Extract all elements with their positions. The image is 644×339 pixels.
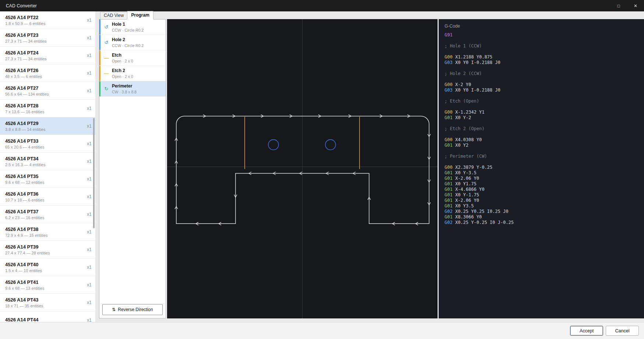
part-item[interactable]: 4526 A14 PT44x1 — [0, 311, 95, 322]
gcode-line: G00 X-2 Y0 — [445, 82, 638, 88]
part-name: 4526 A14 PT41 — [5, 279, 84, 285]
part-item[interactable]: 4526 A14 PT401.5 x 4 — 10 entitiesx1 — [0, 258, 95, 276]
gcode-line: G01 X0 Y2 — [445, 143, 638, 148]
program-panel: ↺Hole 1CCW · Circle R0.2↺Hole 2CCW · Cir… — [99, 19, 166, 318]
part-name: 4526 A14 PT22 — [5, 15, 84, 20]
part-quantity: x1 — [87, 176, 92, 182]
part-item[interactable]: 4526 A14 PT221.8 x 50.9 — 6 entitiesx1 — [0, 11, 95, 29]
cad-canvas[interactable] — [167, 19, 438, 318]
close-icon: ✕ — [634, 3, 637, 8]
direction-arrows — [175, 115, 431, 225]
part-detail: 56.6 x 64 — 134 entities — [5, 92, 84, 96]
operation-name: Etch 2 — [112, 68, 133, 73]
part-quantity: x1 — [87, 35, 92, 40]
part-name: 4526 A14 PT39 — [5, 244, 84, 250]
part-name: 4526 A14 PT33 — [5, 138, 84, 144]
gcode-line: G01 X0 Y3.5 — [445, 203, 638, 209]
gcode-line — [445, 49, 638, 54]
part-item[interactable]: 4526 A14 PT3872.9 x 4.9 — 15 entitiesx1 — [0, 223, 95, 241]
part-quantity: x1 — [87, 106, 92, 111]
gcode-line: G01 X-2.06 Y0 — [445, 198, 638, 203]
window-title: CAD Converter — [6, 3, 37, 8]
part-name: 4526 A14 PT26 — [5, 68, 84, 73]
gcode-panel[interactable]: G-Code G91 ; Hole 1 (CCW) G00 X1.2188 Y0… — [439, 19, 644, 318]
gcode-lines: G91 ; Hole 1 (CCW) G00 X1.2188 Y0.875G03… — [445, 32, 638, 225]
part-item[interactable]: 4526 A14 PT3365 x 20.6 — 4 entitiesx1 — [0, 135, 95, 153]
tab-cad-view[interactable]: CAD View — [100, 12, 127, 19]
part-name: 4526 A14 PT34 — [5, 156, 84, 161]
part-detail: 7 x 13.6 — 16 entities — [5, 110, 84, 114]
part-quantity: x1 — [87, 194, 92, 199]
parts-scrollbar-thumb[interactable] — [93, 118, 95, 228]
tab-program[interactable]: Program — [127, 11, 153, 19]
gcode-line — [445, 93, 638, 99]
operations-column: CAD View Program ↺Hole 1CCW · Circle R0.… — [99, 11, 166, 318]
part-item[interactable]: 4526 A14 PT287 x 13.6 — 16 entitiesx1 — [0, 100, 95, 117]
operation-item[interactable]: ↻PerimeterCW · 3.8 x 8.8 — [99, 81, 166, 97]
ccw-arrow-icon: ↺ — [103, 24, 110, 30]
operation-item[interactable]: —Etch 2Open · 2 x 0 — [99, 66, 166, 81]
operation-detail: Open · 2 x 0 — [112, 74, 133, 79]
operation-name: Hole 1 — [112, 22, 144, 27]
window-controls: □ ✕ — [610, 0, 644, 11]
gcode-line: ; Hole 2 (CCW) — [445, 71, 638, 76]
cancel-button[interactable]: Cancel — [606, 326, 639, 336]
part-name: 4526 A14 PT36 — [5, 191, 84, 197]
operation-item[interactable]: ↺Hole 1CCW · Circle R0.2 — [99, 19, 166, 35]
gcode-line: ; Perimeter (CW) — [445, 154, 638, 159]
part-quantity: x1 — [87, 124, 92, 129]
gcode-line: G01 X-2.06 Y0 — [445, 176, 638, 181]
operation-name: Perimeter — [112, 84, 137, 89]
gcode-line: G01 X0 Y-3.5 — [445, 170, 638, 176]
app-window: CAD Converter □ ✕ 4526 A14 PT221.8 x 50.… — [0, 0, 644, 339]
line-icon: — — [103, 55, 110, 61]
part-detail: 10.7 x 18 — 6 entities — [5, 198, 84, 202]
gcode-line: G01 X0 Y1.75 — [445, 181, 638, 187]
part-name: 4526 A14 PT28 — [5, 103, 84, 108]
part-detail: 27.3 x 71 — 34 entities — [5, 39, 84, 43]
part-item[interactable]: 4526 A14 PT293.8 x 8.8 — 14 entitiesx1 — [0, 117, 95, 135]
gcode-line: ; Hole 1 (CCW) — [445, 43, 638, 49]
gcode-line — [445, 132, 638, 137]
part-detail: 18 x 71 — 35 entities — [5, 304, 84, 308]
reverse-direction-button[interactable]: ⇅ Reverse Direction — [102, 304, 163, 315]
part-item[interactable]: 4526 A14 PT3927.4 x 77.4 — 28 entitiesx1 — [0, 241, 95, 258]
part-item[interactable]: 4526 A14 PT4318 x 71 — 35 entitiesx1 — [0, 294, 95, 311]
part-detail: 27.4 x 77.4 — 28 entities — [5, 251, 84, 255]
part-item[interactable]: 4526 A14 PT2327.3 x 71 — 34 entitiesx1 — [0, 29, 95, 47]
reverse-direction-label: Reverse Direction — [118, 307, 153, 312]
gcode-line: G00 X4.0308 Y0 — [445, 137, 638, 143]
part-item[interactable]: 4526 A14 PT2648 x 3.5 — 6 entitiesx1 — [0, 64, 95, 82]
part-item[interactable]: 4526 A14 PT2427.3 x 71 — 34 entitiesx1 — [0, 47, 95, 64]
part-item[interactable]: 4526 A14 PT3610.7 x 18 — 6 entitiesx1 — [0, 188, 95, 206]
accept-button[interactable]: Accept — [570, 326, 603, 336]
gcode-line: G91 — [445, 32, 638, 38]
part-detail: 3.8 x 8.8 — 14 entities — [5, 127, 84, 132]
canvas-panel — [167, 19, 438, 318]
part-detail: 9.6 x 68 — 12 entities — [5, 180, 84, 185]
part-item[interactable]: 4526 A14 PT342.5 x 16.3 — 4 entitiesx1 — [0, 153, 95, 170]
part-detail: 9.6 x 68 — 13 entities — [5, 286, 84, 290]
part-item[interactable]: 4526 A14 PT359.6 x 68 — 12 entitiesx1 — [0, 170, 95, 188]
operation-item[interactable]: ↺Hole 2CCW · Circle R0.2 — [99, 35, 166, 50]
part-item[interactable]: 4526 A14 PT419.6 x 68 — 13 entitiesx1 — [0, 276, 95, 294]
part-quantity: x1 — [87, 265, 92, 270]
gcode-line: ; Etch 2 (Open) — [445, 126, 638, 132]
gcode-line — [445, 65, 638, 71]
part-detail: 2.5 x 16.3 — 4 entities — [5, 163, 84, 167]
part-quantity: x1 — [87, 212, 92, 217]
operation-item[interactable]: —EtchOpen · 2 x 0 — [99, 50, 166, 66]
gcode-line: G01 X8.3066 Y0 — [445, 214, 638, 220]
gcode-header: G-Code — [445, 24, 638, 29]
titlebar[interactable]: CAD Converter □ ✕ — [0, 0, 644, 11]
part-item[interactable]: 4526 A14 PT376.2 x 23 — 16 entitiesx1 — [0, 206, 95, 223]
operation-detail: CCW · Circle R0.2 — [112, 28, 144, 32]
part-quantity: x1 — [87, 300, 92, 305]
part-quantity: x1 — [87, 53, 92, 58]
gcode-line: G00 X-1.2342 Y1 — [445, 110, 638, 115]
ccw-arrow-icon: ↺ — [103, 40, 110, 45]
part-name: 4526 A14 PT37 — [5, 209, 84, 214]
close-button[interactable]: ✕ — [627, 0, 644, 11]
maximize-button[interactable]: □ — [610, 0, 627, 11]
part-item[interactable]: 4526 A14 PT2756.6 x 64 — 134 entitiesx1 — [0, 82, 95, 100]
